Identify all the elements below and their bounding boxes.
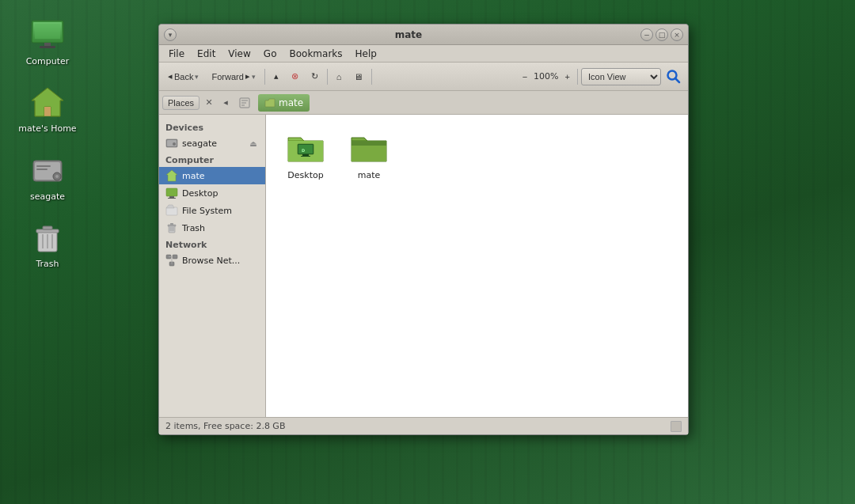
search-button[interactable] xyxy=(663,66,685,88)
home-icon xyxy=(28,83,66,121)
location-back-button[interactable]: ◂ xyxy=(218,96,233,110)
menu-view[interactable]: View xyxy=(222,47,256,61)
toolbar-separator-3 xyxy=(371,69,372,85)
window-maximize-button[interactable]: □ xyxy=(656,28,668,41)
desktop-icon-trash[interactable]: Trash xyxy=(16,218,79,270)
drive-icon xyxy=(28,151,66,189)
svg-rect-13 xyxy=(36,165,51,167)
stop-button[interactable]: ⊗ xyxy=(286,68,304,85)
menu-help[interactable]: Help xyxy=(349,47,383,61)
toolbar-separator-4 xyxy=(577,69,578,85)
menu-go[interactable]: Go xyxy=(257,47,283,61)
svg-rect-4 xyxy=(40,46,55,48)
network-sidebar-icon xyxy=(165,254,178,267)
zoom-out-button[interactable]: − xyxy=(519,70,531,84)
sidebar-devices-header: Devices xyxy=(159,119,265,135)
folder-icon-breadcrumb xyxy=(264,97,276,108)
forward-dropdown-arrow: ▾ xyxy=(252,73,256,81)
computer-icon-toolbar: 🖥 xyxy=(354,72,363,81)
menu-file[interactable]: File xyxy=(162,47,191,61)
window-action-buttons: − □ × xyxy=(640,28,683,41)
trash-sidebar-icon xyxy=(165,222,178,234)
desktop-folder-icon: D xyxy=(287,130,325,168)
file-manager-window: ▾ mate − □ × File Edit View Go Bookmarks… xyxy=(158,24,689,435)
back-button[interactable]: ◂ Back ▾ xyxy=(162,68,204,85)
menu-bookmarks[interactable]: Bookmarks xyxy=(283,47,348,61)
filesystem-sidebar-icon xyxy=(165,204,178,217)
svg-rect-32 xyxy=(169,196,174,198)
up-arrow-icon: ▴ xyxy=(274,71,279,81)
file-item-desktop[interactable]: D Desktop xyxy=(278,127,333,184)
status-text: 2 items, Free space: 2.8 GB xyxy=(165,421,285,431)
svg-rect-34 xyxy=(166,207,177,215)
window-close-button[interactable]: × xyxy=(671,28,683,41)
title-bar: ▾ mate − □ × xyxy=(159,25,688,45)
trash-icon xyxy=(28,218,66,256)
svg-rect-17 xyxy=(43,226,52,229)
zoom-in-button[interactable]: + xyxy=(561,70,574,84)
status-bar: 2 items, Free space: 2.8 GB xyxy=(159,417,688,434)
location-bar: Places ✕ ◂ mate xyxy=(159,91,688,115)
drive-sidebar-icon xyxy=(165,137,178,150)
up-button[interactable]: ▴ xyxy=(268,68,284,85)
file-icons-grid: D Desktop xyxy=(274,123,680,188)
svg-rect-42 xyxy=(173,255,177,259)
back-arrow-icon: ◂ xyxy=(168,71,173,81)
back-dropdown-arrow: ▾ xyxy=(195,73,199,81)
file-item-mate[interactable]: mate xyxy=(341,127,397,184)
forward-button[interactable]: Forward ▸ ▾ xyxy=(206,68,260,85)
zoom-in-icon: + xyxy=(565,72,570,81)
file-view[interactable]: D Desktop xyxy=(266,115,688,417)
breadcrumb-mate[interactable]: mate xyxy=(258,94,310,112)
edit-icon xyxy=(238,97,251,109)
sidebar-desktop-label: Desktop xyxy=(182,188,218,199)
reload-button[interactable]: ↻ xyxy=(306,68,324,85)
svg-rect-36 xyxy=(168,225,176,226)
svg-rect-7 xyxy=(44,107,51,116)
window-title: mate xyxy=(177,29,640,40)
sidebar-item-browse-network[interactable]: Browse Net... xyxy=(159,252,265,269)
places-close-button[interactable]: ✕ xyxy=(202,96,216,110)
stop-icon: ⊗ xyxy=(291,71,298,81)
desktop-icon-computer[interactable]: Computer xyxy=(16,16,79,67)
forward-arrow-icon: ▸ xyxy=(245,71,250,81)
file-item-mate-label: mate xyxy=(358,170,381,181)
toolbar: ◂ Back ▾ Forward ▸ ▾ ▴ ⊗ ↻ ⌂ 🖥 xyxy=(159,63,688,91)
sidebar-item-seagate[interactable]: seagate ⏏ xyxy=(159,135,265,152)
search-icon xyxy=(666,69,682,85)
reload-icon: ↻ xyxy=(311,71,318,81)
svg-rect-3 xyxy=(44,43,51,46)
svg-rect-49 xyxy=(302,154,309,156)
desktop-icons: Computer mate's Home seagate xyxy=(16,16,79,270)
home-button[interactable]: ⌂ xyxy=(331,69,348,85)
window-minimize-button[interactable]: − xyxy=(640,28,653,41)
sidebar-item-trash[interactable]: Trash xyxy=(159,219,265,237)
svg-rect-16 xyxy=(36,229,59,233)
desktop-icon-seagate[interactable]: seagate xyxy=(16,151,79,203)
computer-icon xyxy=(28,16,66,54)
computer-button[interactable]: 🖥 xyxy=(348,69,368,85)
places-toggle-button[interactable]: Places xyxy=(162,96,200,110)
mate-folder-icon xyxy=(350,130,388,168)
zoom-percent: 100% xyxy=(534,71,558,81)
view-mode-select[interactable]: Icon View List View Compact View xyxy=(581,68,661,85)
window-menu-button[interactable]: ▾ xyxy=(164,28,177,41)
svg-line-22 xyxy=(675,78,679,82)
seagate-eject-button[interactable]: ⏏ xyxy=(248,138,259,149)
svg-rect-31 xyxy=(166,188,177,196)
desktop-icon-computer-label: Computer xyxy=(26,56,70,67)
scrollbar-corner xyxy=(671,421,682,432)
svg-rect-48 xyxy=(298,145,313,153)
sidebar-item-filesystem[interactable]: File System xyxy=(159,202,265,219)
main-content: Devices seagate ⏏ Computer xyxy=(159,115,688,417)
svg-point-29 xyxy=(173,142,176,146)
menu-edit[interactable]: Edit xyxy=(191,47,222,61)
sidebar-item-desktop[interactable]: Desktop xyxy=(159,184,265,202)
svg-rect-37 xyxy=(170,223,173,225)
edit-location-button[interactable] xyxy=(235,95,254,111)
desktop-icon-home[interactable]: mate's Home xyxy=(16,83,79,135)
home-sidebar-icon xyxy=(165,169,178,182)
sidebar-item-mate[interactable]: mate xyxy=(159,167,265,184)
sidebar-filesystem-label: File System xyxy=(182,206,232,216)
menu-bar: File Edit View Go Bookmarks Help xyxy=(159,45,688,63)
